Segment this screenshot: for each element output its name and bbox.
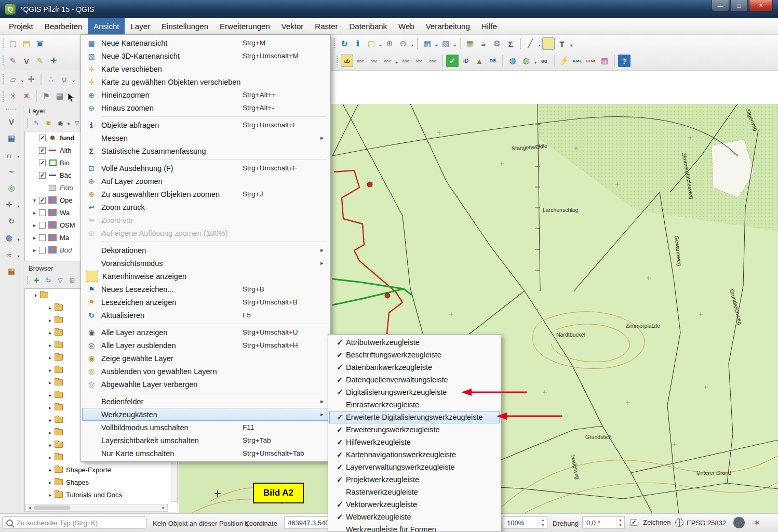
copy-features-icon[interactable]: ▦▾ [5, 132, 18, 144]
menu-item[interactable]: Vollbildmodus umschalten F11 ▸ [82, 421, 329, 434]
search-binoculars-icon[interactable]: oo▾ [538, 55, 551, 67]
menu-item[interactable]: ⊕ Zu ausgewählten Objekten zoomen Strg+J… [82, 188, 329, 201]
menu-item[interactable]: Dekorationen ▸ [82, 244, 329, 257]
add-selected-layers-icon[interactable]: ✚▾ [31, 275, 42, 286]
label-move-icon[interactable]: abc▾ [399, 55, 412, 67]
layer-visibility-checkbox[interactable] [39, 222, 46, 229]
minimize-button[interactable]: — [712, 0, 729, 11]
messages-icon[interactable]: ··· [733, 517, 745, 528]
menu-item[interactable]: ⊖ Hinaus zoomen Strg+Alt+- ▸ [82, 101, 329, 114]
menu-item[interactable]: ▧ Neue 3D-Kartenansicht Strg+Umschalt+M … [82, 49, 329, 62]
zoom-in-icon[interactable]: ⊕▾ [383, 37, 396, 50]
map-tips-icon[interactable]: ▾ [542, 37, 555, 50]
toolbar-submenu-item[interactable]: ✓ Kartennavigationswerkzeugleiste [329, 448, 500, 461]
toggle-editing-icon[interactable]: ✎▾ [34, 55, 46, 67]
digitize-line-icon[interactable]: V▾ [5, 115, 18, 128]
text-annotation-icon[interactable]: T▾ [556, 37, 568, 50]
toolbar-submenu-item[interactable]: ✓ Vektorwerkzeugleiste [329, 498, 500, 511]
select-by-polygon-icon[interactable]: ▱▾ [7, 73, 19, 86]
menu-erweiterungen[interactable]: Erweiterungen [214, 18, 276, 34]
layer-visibility-checkbox[interactable]: ✓ [39, 147, 46, 154]
expand-arrow-icon[interactable]: ▸ [47, 330, 53, 336]
menu-item[interactable]: ⊕ Auf Layer zoomen ▸ [82, 175, 329, 188]
expand-arrow-icon[interactable]: ▸ [31, 222, 38, 228]
locator-search-input[interactable]: Zu suchender Typ (Strg+K) [2, 516, 146, 529]
menu-ansicht[interactable]: Ansicht [88, 18, 125, 34]
layer-visibility-checkbox[interactable]: ✓ [39, 135, 46, 141]
layer-visibility-checkbox[interactable] [39, 209, 46, 216]
menu-item[interactable]: Nur Karte umschalten Strg+Umschalt+Tab ▸ [82, 447, 329, 460]
check-geometries-icon[interactable]: ✓▾ [446, 55, 459, 67]
menu-item[interactable]: ◎ Abgewählte Layer verbergen ▸ [82, 378, 329, 391]
menu-item[interactable]: ▸ [82, 114, 329, 118]
menu-item[interactable]: ▸ [82, 322, 329, 326]
delete-features-icon[interactable]: ✕▾ [20, 90, 33, 102]
menu-item[interactable]: ◎ Ausblenden von gewählten Layern ▸ [82, 365, 329, 378]
toolbar-submenu-item[interactable]: ✓ Projektwerkzeugleiste [329, 473, 500, 486]
toolbar-submenu-item[interactable]: Einrastwerkzeugleiste [329, 398, 500, 411]
toolbar-submenu-item[interactable]: ✓ Hilfewerkzeugleiste [329, 436, 500, 448]
label-properties-icon[interactable]: abc▾ [426, 55, 439, 67]
menu-item[interactable]: ⊕ Hineinzoomen Strg+Alt++ ▸ [82, 88, 329, 101]
label-options-icon[interactable]: abc▾ [354, 55, 367, 67]
menu-raster[interactable]: Raster [309, 18, 343, 34]
label-pin-icon[interactable]: abc▾ [368, 55, 380, 67]
expand-arrow-icon[interactable]: ▸ [31, 247, 38, 253]
maximize-button[interactable]: □ [730, 0, 748, 11]
browser-horizontal-scrollbar[interactable]: ◄► [25, 504, 168, 512]
expand-arrow-icon[interactable]: ▾ [32, 292, 39, 298]
spatial-bookmark-small-icon[interactable]: ⚑▾ [40, 90, 52, 102]
layer-visibility-checkbox[interactable] [39, 234, 46, 241]
expand-arrow-icon[interactable]: ▸ [47, 355, 53, 361]
rotation-spinner[interactable]: 0,0 ° ▲▼ [582, 516, 625, 529]
menu-item[interactable]: ⚑ Neues Lesezeichen... Strg+B ▸ [82, 283, 329, 296]
new-project-icon[interactable]: ▢▾ [7, 37, 19, 50]
refresh-browser-icon[interactable]: ↻▾ [43, 275, 53, 286]
menu-item[interactable]: ◉ Alle Layer anzeigen Strg+Umschalt+U ▸ [82, 326, 329, 339]
add-ring-icon[interactable]: ◎▾ [5, 182, 18, 194]
compass-icon[interactable]: ✶ [753, 517, 760, 528]
menu-item[interactable]: ⊙ Auf eigene Auflösung zoomen (100%) ▸ [82, 227, 329, 240]
menu-item[interactable]: Voransichtsmodus ▸ [82, 257, 329, 270]
menu-item[interactable]: ✛ Karte verschieben ▸ [82, 62, 329, 75]
expand-arrow-icon[interactable]: ▾ [31, 197, 38, 203]
quickosm-lightning-icon[interactable]: ⚡▾ [558, 55, 570, 67]
id-editor-icon[interactable]: iD▾ [460, 55, 472, 67]
toolbar-icon[interactable]: ▾ [460, 38, 461, 49]
topology-checker-icon[interactable]: ∴▾ [45, 73, 57, 86]
menu-item[interactable]: ◎ Alle Layer ausblenden Strg+Umschalt+H … [82, 339, 329, 352]
menu-item[interactable]: ↪ Zoom vor ▸ [82, 214, 329, 227]
statistical-summary-icon[interactable]: Σ▾ [504, 37, 517, 50]
layer-visibility-checkbox[interactable]: ✓ [39, 197, 46, 204]
grid-pin-icon[interactable]: ▦▾ [53, 90, 66, 102]
vertex-tool-icon[interactable]: ✚▾ [25, 73, 37, 86]
expand-arrow-icon[interactable]: ▸ [31, 235, 38, 241]
expand-arrow-icon[interactable]: ▸ [31, 210, 38, 216]
html-tools-icon[interactable]: HTML▾ [585, 55, 597, 67]
menu-item[interactable]: ▸ [82, 157, 329, 162]
menu-bearbeiten[interactable]: Bearbeiten [39, 18, 88, 34]
expand-arrow-icon[interactable]: ▸ [47, 455, 53, 460]
menu-item[interactable]: ▸ [82, 391, 329, 395]
browser-item[interactable]: ▸ Shape-Exporte [25, 463, 178, 476]
menu-layer[interactable]: Layer [125, 18, 156, 34]
menu-projekt[interactable]: Projekt [3, 18, 39, 34]
menu-hilfe[interactable]: Hilfe [476, 18, 503, 34]
collapse-browser-icon[interactable]: ⊟▾ [67, 275, 77, 286]
mosaic-grid-icon[interactable]: ▦▾ [598, 55, 611, 67]
toolbar-icon[interactable]: ▾ [520, 38, 521, 49]
toolbar-submenu-item[interactable]: ✓ Attributwerkzeugleiste [329, 336, 500, 349]
style-manager-icon[interactable]: ✎▾ [7, 55, 19, 67]
toolbar-icon[interactable]: ▾ [614, 55, 615, 66]
identify-features-icon[interactable]: ℹ▾ [352, 37, 364, 50]
expand-arrow-icon[interactable]: ▸ [47, 492, 53, 498]
expand-arrow-icon[interactable]: ▸ [47, 480, 53, 485]
expand-arrow-icon[interactable]: ▸ [47, 342, 53, 348]
filter-browser-icon[interactable]: ▽▾ [55, 275, 65, 286]
expand-arrow-icon[interactable]: ▸ [47, 467, 53, 473]
toolbar-submenu-item[interactable]: ✓ Digitalisierungswerkzeugleiste [329, 386, 500, 398]
menu-item[interactable]: Messen ▸ [82, 131, 329, 144]
close-button[interactable]: ✕ [749, 0, 773, 11]
magnifier-spinner[interactable]: 100% ▲▼ [503, 516, 547, 529]
simplify-feature-icon[interactable]: ≈▾ [3, 248, 16, 261]
